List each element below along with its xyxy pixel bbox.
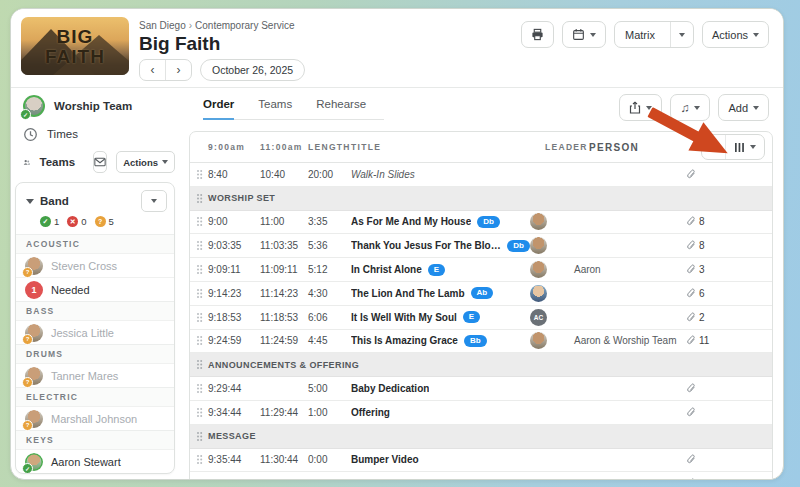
next-plan-button[interactable]: › — [165, 60, 191, 80]
band-options-button[interactable] — [141, 190, 167, 212]
song-key-badge[interactable]: Db — [477, 216, 500, 228]
matrix-dropdown-button[interactable] — [670, 22, 693, 47]
attachment-count[interactable]: 8 — [699, 240, 705, 251]
sidebar-item-worship-team[interactable]: ✓ Worship Team — [11, 92, 181, 120]
columns-icon — [734, 142, 745, 153]
column-header-title[interactable]: TITLE — [351, 142, 545, 152]
drag-handle-icon[interactable] — [190, 478, 208, 480]
attachment-count[interactable]: 1 — [699, 478, 705, 480]
table-row[interactable]: 9:03:35 11:03:35 5:36 Thank You Jesus Fo… — [190, 234, 772, 258]
drag-handle-icon[interactable] — [190, 288, 208, 299]
email-team-button[interactable] — [93, 151, 107, 173]
calendar-dropdown-button[interactable] — [562, 21, 606, 48]
attachment-count[interactable]: 3 — [699, 264, 705, 275]
columns-dropdown-button[interactable] — [725, 135, 764, 159]
drag-handle-icon[interactable] — [190, 312, 208, 323]
drag-handle-icon[interactable] — [190, 383, 208, 394]
share-dropdown-button[interactable] — [619, 94, 662, 121]
drag-handle-icon[interactable] — [190, 264, 208, 275]
table-row[interactable]: 9:18:53 11:18:53 6:06 It Is Well With My… — [190, 306, 772, 330]
attachment-count[interactable]: 6 — [699, 288, 705, 299]
table-row[interactable]: 9:00 11:00 3:35 As For Me And My House D… — [190, 211, 772, 235]
paperclip-icon — [686, 288, 696, 299]
roster-person-row[interactable]: ? Jessica Little — [16, 320, 174, 344]
collapse-button[interactable] — [702, 135, 725, 159]
table-row[interactable]: 8:40 10:40 20:00 Walk-In Slides — [190, 163, 772, 187]
row-time1: 9:18:53 — [208, 312, 260, 323]
breadcrumb-service-type[interactable]: Contemporary Service — [195, 20, 294, 31]
roster-person-row[interactable]: ? Steven Cross — [16, 253, 174, 277]
row-time1: 9:14:23 — [208, 288, 260, 299]
leader-avatar[interactable]: AC — [530, 309, 547, 326]
prev-plan-button[interactable]: ‹ — [140, 60, 165, 80]
drag-handle-icon[interactable] — [190, 431, 208, 442]
print-button[interactable] — [521, 21, 554, 48]
drag-handle-icon[interactable] — [190, 407, 208, 418]
drag-handle-icon[interactable] — [190, 335, 208, 346]
song-key-badge[interactable]: E — [463, 311, 480, 323]
drag-handle-icon[interactable] — [190, 169, 208, 180]
chevron-down-icon — [679, 33, 685, 37]
song-key-badge[interactable]: Bb — [464, 335, 487, 347]
collapse-caret-icon[interactable] — [26, 199, 34, 204]
roster-person-row[interactable]: ✓ Aaron Stewart — [16, 449, 174, 473]
chevron-down-icon — [694, 106, 700, 110]
sidebar-item-times[interactable]: Times — [11, 120, 181, 148]
table-row[interactable]: 9:35:44 11:30:44 30:00 Message Pastor Al… — [190, 472, 772, 480]
section-row[interactable]: WORSHIP SET — [190, 187, 772, 211]
teams-actions-button[interactable]: Actions — [116, 151, 175, 173]
leader-avatar[interactable] — [530, 213, 547, 230]
section-row[interactable]: ANNOUNCEMENTS & OFFERING — [190, 353, 772, 377]
leader-avatar[interactable] — [530, 285, 547, 302]
drag-handle-icon[interactable] — [190, 240, 208, 251]
drag-handle-icon[interactable] — [190, 216, 208, 227]
band-panel-header[interactable]: Band — [16, 183, 174, 214]
header-button-group — [701, 134, 765, 160]
breadcrumb-campus[interactable]: San Diego — [139, 20, 186, 31]
tab-rehearse[interactable]: Rehearse — [316, 98, 366, 110]
pending-count-icon: ? — [95, 216, 106, 227]
song-key-badge[interactable]: E — [428, 264, 445, 276]
attachment-count[interactable]: 11 — [699, 335, 709, 346]
table-row[interactable]: 9:29:44 5:00 Baby Dedication — [190, 377, 772, 401]
add-button[interactable]: Add — [718, 94, 769, 121]
leader-avatar[interactable] — [530, 332, 547, 349]
tab-teams[interactable]: Teams — [258, 98, 292, 110]
music-dropdown-button[interactable]: ♫ — [670, 94, 710, 121]
song-key-badge[interactable]: Ab — [471, 287, 494, 299]
song-key-badge[interactable]: Db — [507, 240, 530, 252]
table-row[interactable]: 9:09:11 11:09:11 5:12 In Christ Alone E … — [190, 258, 772, 282]
roster-person-row[interactable]: 1 Needed — [16, 277, 174, 301]
drag-handle-icon[interactable] — [190, 193, 208, 204]
roster-person-row[interactable]: ? Tanner Mares — [16, 363, 174, 387]
section-row[interactable]: MESSAGE — [190, 425, 772, 449]
drag-handle-icon[interactable] — [190, 359, 208, 370]
tab-order[interactable]: Order — [203, 98, 234, 110]
column-header-length[interactable]: LENGTH — [308, 142, 351, 152]
row-time2: 11:30:44 — [260, 454, 308, 465]
pending-badge-icon: ? — [22, 267, 33, 278]
confirmed-count-icon: ✓ — [40, 216, 51, 227]
actions-button[interactable]: Actions — [702, 21, 769, 48]
row-time1: 9:29:44 — [208, 383, 260, 394]
plan-date-button[interactable]: October 26, 2025 — [200, 59, 305, 81]
column-header-time1[interactable]: 9:00am — [208, 142, 260, 152]
table-row[interactable]: 9:14:23 11:14:23 4:30 The Lion And The L… — [190, 282, 772, 306]
pending-badge-icon: ? — [22, 334, 33, 345]
table-row[interactable]: 9:34:44 11:29:44 1:00 Offering — [190, 401, 772, 425]
column-header-person[interactable]: PERSON — [589, 142, 701, 153]
table-row[interactable]: 9:35:44 11:30:44 0:00 Bumper Video — [190, 449, 772, 473]
sidebar-item-teams[interactable]: Teams Actions — [11, 148, 181, 176]
roster-person-row[interactable]: ? Marshall Johnson — [16, 406, 174, 430]
roster-section-header: BASS — [16, 301, 174, 320]
column-header-time2[interactable]: 11:00am — [260, 142, 308, 152]
leader-avatar[interactable] — [530, 237, 547, 254]
leader-avatar[interactable] — [530, 261, 547, 278]
column-header-leader[interactable]: LEADER — [545, 142, 589, 152]
attachment-count[interactable]: 8 — [699, 216, 705, 227]
matrix-button[interactable]: Matrix — [615, 22, 665, 47]
attachment-count[interactable]: 2 — [699, 312, 705, 323]
row-time2: 10:40 — [260, 169, 308, 180]
table-row[interactable]: 9:24:59 11:24:59 4:45 This Is Amazing Gr… — [190, 330, 772, 354]
drag-handle-icon[interactable] — [190, 454, 208, 465]
